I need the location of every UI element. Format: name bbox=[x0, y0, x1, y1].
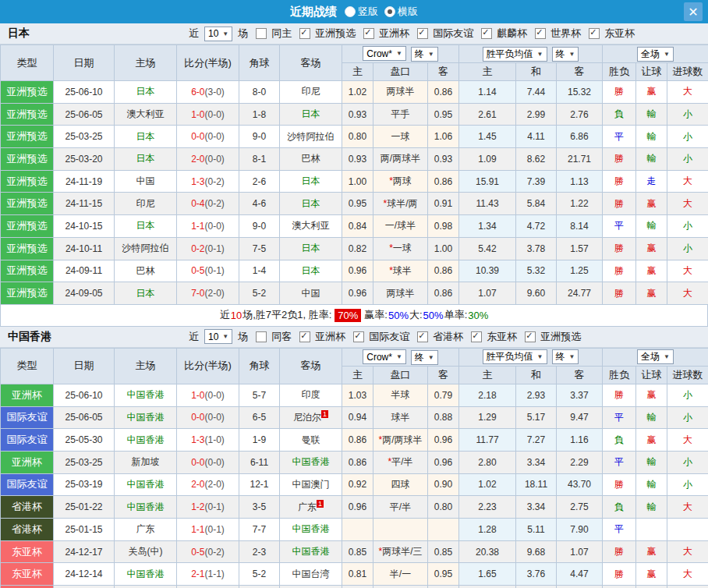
sub-column-header: 进球数 bbox=[667, 366, 708, 384]
match-date: 24-11-15 bbox=[54, 193, 115, 215]
odds-home: 0.82 bbox=[342, 237, 373, 260]
avg-draw: 4.72 bbox=[516, 215, 557, 238]
match-row: 亚洲预选24-09-05日本7-0(2-0)5-2中国0.96两球半0.861.… bbox=[1, 282, 708, 305]
avg-lose: 1.10 bbox=[557, 586, 603, 588]
avg-time-select[interactable]: 终▼ bbox=[552, 349, 579, 364]
scope-select[interactable]: 全场▼ bbox=[637, 349, 674, 364]
result-goals: 大 bbox=[667, 282, 708, 305]
odds-time-select-value: 终 bbox=[415, 351, 424, 364]
away-team: 尼泊尔1 bbox=[280, 406, 342, 429]
same-venue-checkbox[interactable] bbox=[256, 28, 267, 39]
away-team-name: 中国香港 bbox=[292, 523, 330, 534]
filter-bar: 近10▼场同主亚洲预选亚洲杯国际友谊麒麟杯世界杯东亚杯 bbox=[187, 27, 636, 41]
odds-home: 0.80 bbox=[342, 126, 373, 148]
handicap-line: *两/两球半 bbox=[373, 429, 428, 452]
match-row: 亚洲预选25-06-10日本6-0(3-0)8-0印尼1.02两球半0.861.… bbox=[1, 81, 708, 104]
odds-home: 0.86 bbox=[342, 429, 373, 452]
competition-checkbox[interactable] bbox=[299, 28, 310, 39]
avg-time-select[interactable]: 终▼ bbox=[552, 47, 579, 62]
handicap-text: 两球半/三 bbox=[382, 546, 422, 557]
competition-checkbox[interactable] bbox=[417, 28, 428, 39]
result-handicap: 赢 bbox=[636, 586, 667, 588]
column-header: 角球 bbox=[239, 45, 280, 81]
avg-lose: 21.71 bbox=[557, 148, 603, 171]
competition-checkbox[interactable] bbox=[471, 331, 482, 342]
result-goals: 小 bbox=[667, 384, 708, 406]
avg-lose: 3.37 bbox=[557, 384, 603, 406]
avg-odds-select[interactable]: 胜平负均值▼ bbox=[483, 349, 547, 364]
match-count-select[interactable]: 10▼ bbox=[204, 329, 232, 344]
match-date: 24-10-11 bbox=[54, 237, 115, 260]
match-count-select[interactable]: 10▼ bbox=[204, 27, 232, 41]
odds-home: 0.86 bbox=[342, 451, 373, 473]
avg-lose: 1.25 bbox=[557, 260, 603, 282]
match-type-badge: 亚洲预选 bbox=[1, 126, 54, 148]
handicap-text: 半球 bbox=[391, 389, 410, 400]
competition-checkbox[interactable] bbox=[417, 331, 428, 342]
sub-column-header: 客 bbox=[557, 63, 603, 81]
competition-checkbox[interactable] bbox=[525, 331, 536, 342]
handicap-line: 平手 bbox=[373, 103, 428, 126]
match-date: 25-03-19 bbox=[54, 473, 115, 496]
avg-draw: 3.34 bbox=[516, 496, 557, 519]
avg-lose: 7.90 bbox=[557, 519, 603, 541]
result-handicap: 赢 bbox=[636, 384, 667, 406]
sub-column-header: 主 bbox=[459, 63, 516, 81]
column-header: 客场 bbox=[280, 45, 342, 81]
match-type-badge: 东亚杯 bbox=[1, 563, 54, 586]
handicap-line: *一球 bbox=[373, 237, 428, 260]
odds-company-select[interactable]: Crow*▼ bbox=[363, 46, 406, 61]
away-team: 日本 bbox=[280, 103, 342, 126]
result-goals: 小 bbox=[667, 586, 708, 588]
odds-company-select[interactable]: Crow*▼ bbox=[363, 349, 406, 364]
corners: 1-8 bbox=[239, 103, 280, 126]
result-wdl: 勝 bbox=[603, 563, 636, 586]
competition-checkbox[interactable] bbox=[481, 28, 492, 39]
avg-win: 1.45 bbox=[459, 126, 516, 148]
competition-checkbox[interactable] bbox=[535, 28, 546, 39]
avg-win: 1.29 bbox=[459, 406, 516, 429]
handicap-text: 球半 bbox=[391, 412, 410, 423]
match-date: 25-06-10 bbox=[54, 81, 115, 104]
summary-segment: 30% bbox=[468, 310, 488, 321]
horizontal-layout-radio[interactable] bbox=[384, 6, 395, 17]
scope-select[interactable]: 全场▼ bbox=[637, 47, 674, 62]
match-type-badge: 国际友谊 bbox=[1, 406, 54, 429]
handicap-line: *平/半 bbox=[373, 451, 428, 473]
competition-checkbox[interactable] bbox=[353, 331, 364, 342]
avg-draw: 4.11 bbox=[516, 126, 557, 148]
vertical-layout-radio[interactable] bbox=[345, 6, 356, 17]
halftime-score: (0-0) bbox=[205, 412, 225, 423]
close-button[interactable]: ✕ bbox=[684, 2, 703, 21]
result-wdl: 平 bbox=[603, 519, 636, 541]
corners: 1-4 bbox=[239, 260, 280, 282]
corners: 9-0 bbox=[239, 126, 280, 148]
away-team: 澳大利亚 bbox=[280, 215, 342, 238]
competition-label: 省港杯 bbox=[433, 330, 463, 344]
same-venue-checkbox[interactable] bbox=[256, 331, 267, 342]
corners: 8-0 bbox=[239, 81, 280, 104]
odds-time-select[interactable]: 终▼ bbox=[411, 350, 438, 365]
odds-home: 0.81 bbox=[342, 563, 373, 586]
match-date: 24-09-11 bbox=[54, 260, 115, 282]
corners: 2-6 bbox=[239, 170, 280, 193]
summary-segment: 单率: bbox=[444, 308, 468, 322]
corners: 7-5 bbox=[239, 237, 280, 260]
matches-label: 场 bbox=[238, 27, 248, 41]
competition-checkbox[interactable] bbox=[299, 331, 310, 342]
home-team: 日本 bbox=[115, 126, 177, 148]
avg-odds-select[interactable]: 胜平负均值▼ bbox=[483, 47, 547, 62]
result-handicap: 赢 bbox=[636, 282, 667, 305]
match-row: 省港杯25-01-15广东1-1(0-1)7-7中国香港1.285.117.90… bbox=[1, 519, 708, 541]
competition-checkbox[interactable] bbox=[363, 28, 374, 39]
score: 0-3(0-2) bbox=[177, 586, 239, 588]
odds-time-select[interactable]: 终▼ bbox=[411, 47, 438, 62]
score: 2-0(0-0) bbox=[177, 148, 239, 171]
corners: 8-1 bbox=[239, 148, 280, 171]
result-handicap: 輸 bbox=[636, 496, 667, 519]
avg-draw: 2.93 bbox=[516, 384, 557, 406]
competition-checkbox[interactable] bbox=[589, 28, 600, 39]
avg-draw: 5.11 bbox=[516, 519, 557, 541]
avg-time-select-value: 终 bbox=[556, 350, 565, 363]
fulltime-score: 1-0 bbox=[191, 390, 204, 401]
